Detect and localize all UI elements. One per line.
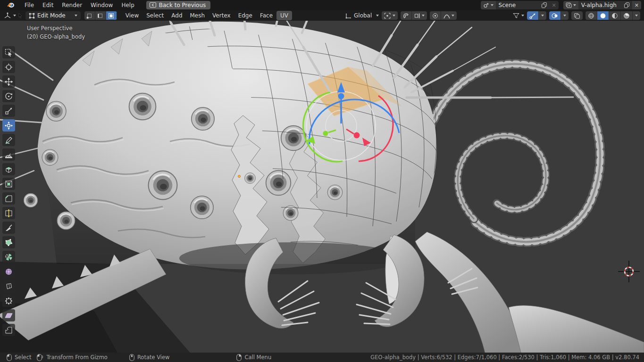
view-layer-icon [566,2,572,8]
tool-smooth[interactable] [2,265,15,278]
magnet-icon [403,13,409,19]
tool-poly-build[interactable] [2,236,15,248]
view-layer-remove-button[interactable]: ✕ [632,1,641,9]
tool-loop-cut[interactable] [2,207,15,219]
tool-edge-slide[interactable] [2,280,15,292]
snap-target-dropdown[interactable] [412,11,427,20]
select-mode-group [84,11,117,20]
left-toolbar [2,46,15,336]
overlays-settings-dropdown[interactable] [561,11,569,20]
menu-edge[interactable]: Edge [234,11,256,20]
edge-select-button[interactable] [95,11,106,20]
snap-toggle-button[interactable] [401,11,412,20]
xray-icon [574,13,580,19]
view-layer-browse-button[interactable] [563,1,578,9]
menu-file[interactable]: File [20,0,38,10]
orientation-axes-icon [345,13,351,19]
screen-back-icon [150,2,156,8]
show-gizmo-toggle[interactable] [527,11,539,20]
chevron-down-icon [635,15,638,16]
pivot-point-dropdown[interactable] [382,11,398,20]
tool-rip-region[interactable] [2,324,15,336]
menu-uv[interactable]: UV [276,11,292,20]
show-overlays-toggle[interactable] [549,11,561,20]
menu-edit[interactable]: Edit [38,0,58,10]
duplicate-icon [624,2,630,8]
menu-help[interactable]: Help [117,0,138,10]
proportional-edit-icon [432,13,438,19]
gizmo-settings-dropdown[interactable] [539,11,546,20]
selected-vertex[interactable] [238,175,240,177]
chevron-down-icon [376,15,379,16]
xray-toggle[interactable] [571,11,583,20]
tool-extrude-region[interactable] [2,163,15,175]
tool-shear[interactable] [2,309,15,321]
shading-rendered-button[interactable] [621,11,633,20]
scene-name-field[interactable]: Scene [496,2,539,8]
shading-wireframe-button[interactable] [585,11,597,20]
tool-inset-faces[interactable] [2,178,15,190]
tool-cursor[interactable] [2,61,15,73]
wireframe-sphere-icon [588,13,594,19]
menu-view[interactable]: View [122,11,142,20]
solid-sphere-icon [600,13,606,19]
view-layer-new-button[interactable] [622,1,632,9]
shading-solid-button[interactable] [597,11,609,20]
hint-rotate-view-label: Rotate View [137,354,170,361]
tool-measure[interactable] [2,148,15,161]
snap-group [401,11,427,20]
hint-rotate-view: Rotate View [129,354,170,361]
tool-annotate[interactable] [2,134,15,146]
chevron-down-icon [75,15,77,16]
scene-unlink-button[interactable]: ✕ [550,2,559,8]
tool-bevel[interactable] [2,192,15,205]
hint-transform-from-gizmo-label: Transform From Gizmo [46,354,107,361]
tool-spin[interactable] [2,251,15,263]
vertex-select-button[interactable] [84,11,95,20]
mode-dropdown[interactable]: Edit Mode [25,11,81,20]
tool-scale[interactable] [2,105,15,117]
back-to-previous-button[interactable]: Back to Previous [146,1,211,9]
proportional-falloff-dropdown[interactable] [441,11,457,20]
scene-icon [483,2,489,8]
menu-face[interactable]: Face [256,11,276,20]
chevron-down-icon [491,4,493,6]
chevron-down-icon [422,15,425,16]
menu-vertex[interactable]: Vertex [209,11,234,20]
transform-orientation-dropdown[interactable]: Global [345,12,379,19]
tool-move[interactable] [2,75,15,88]
chevron-down-icon [452,15,454,16]
falloff-curve-icon [443,13,450,19]
face-select-button[interactable] [106,11,117,20]
menu-render[interactable]: Render [58,0,86,10]
scene-new-button[interactable] [539,1,550,9]
blender-logo-icon[interactable] [7,2,15,8]
shading-material-button[interactable] [609,11,621,20]
chevron-down-icon [573,4,576,6]
pivot-point-icon [384,13,391,19]
edit-mode-icon [29,13,35,19]
tool-shrink-fatten[interactable] [2,295,15,307]
shading-settings-dropdown[interactable] [633,11,640,20]
proportional-edit-toggle[interactable] [430,11,441,20]
hint-call-menu-label: Call Menu [244,354,271,361]
scene-stats: GEO-alpha_body | Verts:6/532 | Edges:7/1… [370,354,639,361]
view-name-label: User Perspective [27,24,85,33]
material-sphere-icon [611,13,618,19]
viewport-canvas[interactable] [0,21,644,353]
object-visibility-dropdown[interactable] [513,13,524,19]
editor-type-button[interactable] [4,12,16,19]
view-layer-name-field[interactable]: V-alpha.high [578,2,622,8]
tool-rotate[interactable] [2,90,15,102]
viewport-3d[interactable]: User Perspective (20) GEO-alpha_body [0,21,644,353]
tool-transform[interactable] [2,119,15,132]
tool-knife[interactable] [2,222,15,234]
scene-browse-button[interactable] [481,1,496,9]
tool-select-box[interactable] [2,46,15,58]
editor-3d-viewport-icon [4,12,11,19]
menu-mesh[interactable]: Mesh [186,11,209,20]
menu-select[interactable]: Select [142,11,167,20]
menu-window[interactable]: Window [86,0,117,10]
duplicate-icon [542,2,547,8]
menu-add[interactable]: Add [167,11,186,20]
